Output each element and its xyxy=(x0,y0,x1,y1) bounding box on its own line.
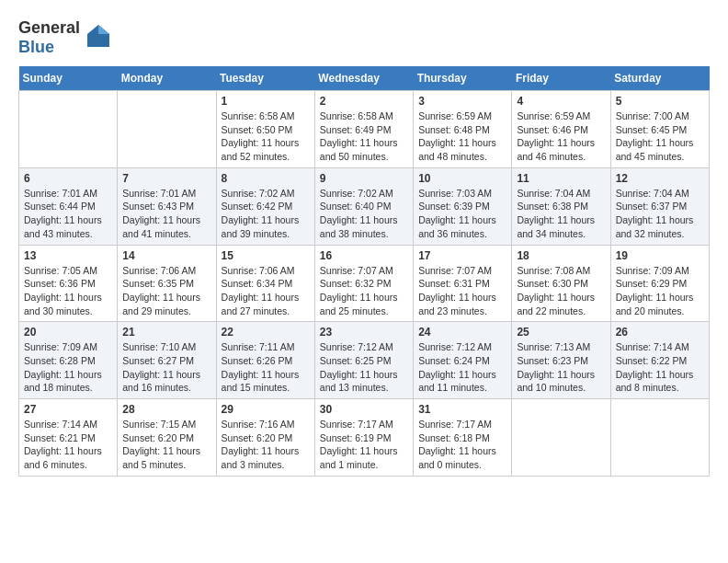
day-of-week-header: Monday xyxy=(118,66,216,91)
day-info: Sunrise: 7:00 AM Sunset: 6:45 PM Dayligh… xyxy=(616,109,704,164)
day-info: Sunrise: 7:06 AM Sunset: 6:35 PM Dayligh… xyxy=(122,264,210,318)
calendar-cell: 14Sunrise: 7:06 AM Sunset: 6:35 PM Dayli… xyxy=(118,245,216,322)
day-number: 19 xyxy=(616,249,704,262)
day-info: Sunrise: 7:09 AM Sunset: 6:29 PM Dayligh… xyxy=(616,264,704,318)
calendar-cell: 23Sunrise: 7:12 AM Sunset: 6:25 PM Dayli… xyxy=(314,322,413,399)
calendar-cell: 31Sunrise: 7:17 AM Sunset: 6:18 PM Dayli… xyxy=(414,399,512,477)
day-info: Sunrise: 7:13 AM Sunset: 6:23 PM Dayligh… xyxy=(517,340,605,395)
day-number: 14 xyxy=(122,249,210,262)
day-info: Sunrise: 7:03 AM Sunset: 6:39 PM Dayligh… xyxy=(418,187,506,241)
day-info: Sunrise: 7:02 AM Sunset: 6:40 PM Dayligh… xyxy=(320,187,408,241)
calendar-cell: 1Sunrise: 6:58 AM Sunset: 6:50 PM Daylig… xyxy=(216,91,314,168)
day-number: 27 xyxy=(24,403,112,416)
day-info: Sunrise: 7:10 AM Sunset: 6:27 PM Dayligh… xyxy=(122,340,210,395)
calendar-cell: 27Sunrise: 7:14 AM Sunset: 6:21 PM Dayli… xyxy=(19,399,118,477)
day-number: 5 xyxy=(616,95,704,108)
calendar-cell: 13Sunrise: 7:05 AM Sunset: 6:36 PM Dayli… xyxy=(19,245,118,322)
calendar-cell: 5Sunrise: 7:00 AM Sunset: 6:45 PM Daylig… xyxy=(610,91,709,168)
day-number: 16 xyxy=(320,249,408,262)
day-info: Sunrise: 7:07 AM Sunset: 6:32 PM Dayligh… xyxy=(320,264,408,318)
day-of-week-header: Saturday xyxy=(610,66,709,91)
calendar-cell: 3Sunrise: 6:59 AM Sunset: 6:48 PM Daylig… xyxy=(414,91,512,168)
day-info: Sunrise: 7:14 AM Sunset: 6:22 PM Dayligh… xyxy=(616,340,704,395)
day-number: 30 xyxy=(320,403,408,416)
logo-icon xyxy=(84,21,113,54)
day-of-week-header: Thursday xyxy=(414,66,512,91)
page-header: General Blue xyxy=(18,18,710,57)
day-info: Sunrise: 7:16 AM Sunset: 6:20 PM Dayligh… xyxy=(222,418,310,472)
calendar-cell: 9Sunrise: 7:02 AM Sunset: 6:40 PM Daylig… xyxy=(314,167,413,245)
day-number: 9 xyxy=(320,172,408,185)
day-number: 11 xyxy=(517,172,605,185)
day-info: Sunrise: 7:01 AM Sunset: 6:43 PM Dayligh… xyxy=(122,187,210,241)
calendar-cell: 16Sunrise: 7:07 AM Sunset: 6:32 PM Dayli… xyxy=(314,245,413,322)
day-number: 18 xyxy=(517,249,605,262)
calendar-cell: 4Sunrise: 6:59 AM Sunset: 6:46 PM Daylig… xyxy=(512,91,610,168)
calendar-cell: 22Sunrise: 7:11 AM Sunset: 6:26 PM Dayli… xyxy=(216,322,314,399)
day-of-week-header: Wednesday xyxy=(314,66,413,91)
calendar-cell: 10Sunrise: 7:03 AM Sunset: 6:39 PM Dayli… xyxy=(414,167,512,245)
calendar-cell: 11Sunrise: 7:04 AM Sunset: 6:38 PM Dayli… xyxy=(512,167,610,245)
calendar-cell: 30Sunrise: 7:17 AM Sunset: 6:19 PM Dayli… xyxy=(314,399,413,477)
day-number: 22 xyxy=(222,326,310,339)
logo: General Blue xyxy=(18,18,113,57)
day-number: 15 xyxy=(222,249,310,262)
day-info: Sunrise: 7:17 AM Sunset: 6:18 PM Dayligh… xyxy=(418,418,506,472)
calendar-cell xyxy=(610,399,709,477)
day-number: 3 xyxy=(418,95,506,108)
calendar-cell: 25Sunrise: 7:13 AM Sunset: 6:23 PM Dayli… xyxy=(512,322,610,399)
calendar-cell xyxy=(118,91,216,168)
calendar-cell: 20Sunrise: 7:09 AM Sunset: 6:28 PM Dayli… xyxy=(19,322,118,399)
day-of-week-header: Sunday xyxy=(19,66,118,91)
day-number: 6 xyxy=(24,172,112,185)
calendar-cell: 8Sunrise: 7:02 AM Sunset: 6:42 PM Daylig… xyxy=(216,167,314,245)
day-info: Sunrise: 7:11 AM Sunset: 6:26 PM Dayligh… xyxy=(222,340,310,395)
day-info: Sunrise: 7:17 AM Sunset: 6:19 PM Dayligh… xyxy=(320,418,408,472)
logo-general: General xyxy=(18,18,80,37)
calendar-cell: 19Sunrise: 7:09 AM Sunset: 6:29 PM Dayli… xyxy=(610,245,709,322)
calendar-cell: 2Sunrise: 6:58 AM Sunset: 6:49 PM Daylig… xyxy=(314,91,413,168)
calendar-cell: 29Sunrise: 7:16 AM Sunset: 6:20 PM Dayli… xyxy=(216,399,314,477)
logo-blue: Blue xyxy=(18,38,54,56)
day-number: 23 xyxy=(320,326,408,339)
calendar-header: SundayMondayTuesdayWednesdayThursdayFrid… xyxy=(19,66,710,91)
day-info: Sunrise: 6:59 AM Sunset: 6:48 PM Dayligh… xyxy=(418,109,506,164)
day-info: Sunrise: 7:09 AM Sunset: 6:28 PM Dayligh… xyxy=(24,340,112,395)
calendar-cell: 21Sunrise: 7:10 AM Sunset: 6:27 PM Dayli… xyxy=(118,322,216,399)
calendar-cell: 17Sunrise: 7:07 AM Sunset: 6:31 PM Dayli… xyxy=(414,245,512,322)
day-info: Sunrise: 7:12 AM Sunset: 6:25 PM Dayligh… xyxy=(320,340,408,395)
day-info: Sunrise: 7:08 AM Sunset: 6:30 PM Dayligh… xyxy=(517,264,605,318)
day-info: Sunrise: 6:58 AM Sunset: 6:50 PM Dayligh… xyxy=(222,109,310,164)
day-info: Sunrise: 7:05 AM Sunset: 6:36 PM Dayligh… xyxy=(24,264,112,318)
svg-marker-1 xyxy=(98,25,109,34)
day-info: Sunrise: 7:02 AM Sunset: 6:42 PM Dayligh… xyxy=(222,187,310,241)
day-number: 8 xyxy=(222,172,310,185)
calendar-cell: 6Sunrise: 7:01 AM Sunset: 6:44 PM Daylig… xyxy=(19,167,118,245)
day-number: 20 xyxy=(24,326,112,339)
day-number: 2 xyxy=(320,95,408,108)
calendar-cell: 18Sunrise: 7:08 AM Sunset: 6:30 PM Dayli… xyxy=(512,245,610,322)
day-number: 17 xyxy=(418,249,506,262)
day-number: 28 xyxy=(122,403,210,416)
day-number: 13 xyxy=(24,249,112,262)
day-info: Sunrise: 7:14 AM Sunset: 6:21 PM Dayligh… xyxy=(24,418,112,472)
day-number: 4 xyxy=(517,95,605,108)
day-number: 7 xyxy=(122,172,210,185)
day-of-week-header: Tuesday xyxy=(216,66,314,91)
day-number: 25 xyxy=(517,326,605,339)
day-number: 10 xyxy=(418,172,506,185)
day-info: Sunrise: 7:07 AM Sunset: 6:31 PM Dayligh… xyxy=(418,264,506,318)
day-number: 26 xyxy=(616,326,704,339)
day-info: Sunrise: 6:59 AM Sunset: 6:46 PM Dayligh… xyxy=(517,109,605,164)
day-number: 1 xyxy=(222,95,310,108)
day-number: 12 xyxy=(616,172,704,185)
day-info: Sunrise: 7:06 AM Sunset: 6:34 PM Dayligh… xyxy=(222,264,310,318)
calendar-cell: 12Sunrise: 7:04 AM Sunset: 6:37 PM Dayli… xyxy=(610,167,709,245)
calendar-cell: 26Sunrise: 7:14 AM Sunset: 6:22 PM Dayli… xyxy=(610,322,709,399)
day-number: 31 xyxy=(418,403,506,416)
day-info: Sunrise: 6:58 AM Sunset: 6:49 PM Dayligh… xyxy=(320,109,408,164)
day-info: Sunrise: 7:12 AM Sunset: 6:24 PM Dayligh… xyxy=(418,340,506,395)
calendar-cell: 15Sunrise: 7:06 AM Sunset: 6:34 PM Dayli… xyxy=(216,245,314,322)
day-number: 24 xyxy=(418,326,506,339)
day-number: 21 xyxy=(122,326,210,339)
